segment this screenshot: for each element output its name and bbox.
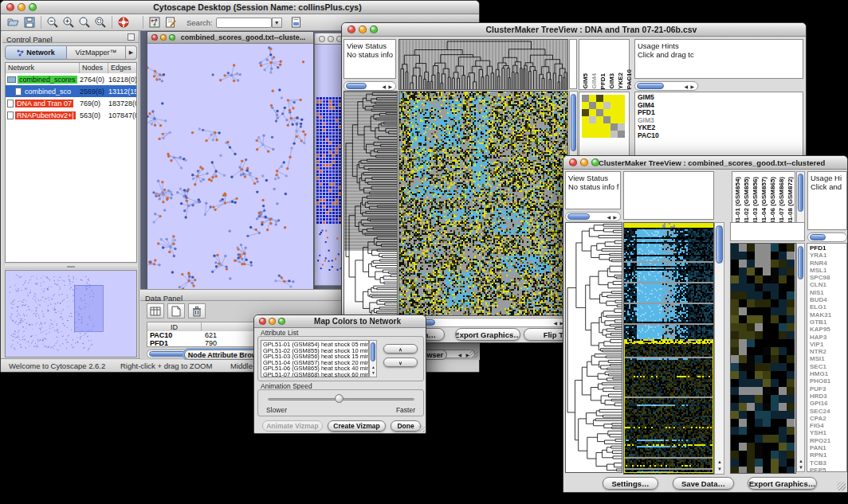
gene-label[interactable]: YRA1 bbox=[810, 252, 846, 259]
heatmap-canvas[interactable] bbox=[623, 222, 714, 475]
zoom-out-icon[interactable] bbox=[45, 15, 61, 29]
zoom-button[interactable] bbox=[278, 318, 285, 325]
gene-label[interactable]: KAP95 bbox=[810, 326, 846, 333]
column-label[interactable]: YKE2 bbox=[617, 72, 625, 89]
scroll-down-arrow-icon[interactable]: ▼ bbox=[799, 465, 803, 470]
zoom-button[interactable] bbox=[29, 3, 37, 11]
header-nodes[interactable]: Nodes bbox=[80, 63, 108, 73]
dialog-title-bar[interactable]: Map Colors to Network bbox=[254, 315, 426, 328]
gene-label[interactable]: PAN1 bbox=[810, 444, 846, 451]
close-button[interactable] bbox=[569, 158, 577, 166]
scrollbar-thumb[interactable] bbox=[798, 246, 803, 279]
scrollbar-thumb[interactable] bbox=[716, 225, 723, 264]
column-label[interactable]: PFD1 bbox=[599, 73, 607, 89]
minimize-button[interactable] bbox=[580, 158, 588, 166]
gene-label[interactable]: BUD4 bbox=[810, 296, 846, 303]
column-label[interactable]: GIM3 bbox=[608, 73, 616, 89]
main-title-bar[interactable]: Cytoscape Desktop (Session Name: collins… bbox=[1, 1, 479, 14]
settings-button[interactable]: Settings… bbox=[603, 477, 658, 490]
scrollbar-thumb[interactable] bbox=[637, 83, 664, 89]
network-row-selected[interactable]: combined_sco 2569(6) 13112(15) bbox=[6, 85, 136, 97]
annotation-icon[interactable] bbox=[163, 15, 179, 29]
view-status-scrollbar[interactable]: ◀ ▶ bbox=[344, 81, 396, 91]
column-label[interactable]: GIM5 bbox=[582, 73, 590, 89]
help-ring-icon[interactable] bbox=[116, 15, 132, 29]
scroll-left-arrow-icon[interactable]: ◀ bbox=[457, 353, 461, 357]
zoom-heatmap-canvas[interactable] bbox=[730, 243, 796, 474]
gene-label[interactable]: MSL1 bbox=[810, 267, 846, 274]
gene-label[interactable]: HMG1 bbox=[810, 370, 846, 377]
gene-label[interactable]: FIG4 bbox=[810, 422, 846, 429]
close-button[interactable] bbox=[151, 34, 158, 41]
scroll-up-arrow-icon[interactable]: ▲ bbox=[371, 365, 375, 369]
tab-network[interactable]: Network bbox=[5, 45, 67, 60]
header-network[interactable]: Network bbox=[6, 63, 80, 73]
row-dendrogram-canvas[interactable] bbox=[344, 91, 398, 319]
gene-label[interactable]: VIP1 bbox=[810, 341, 846, 348]
gene-list-scrollbar[interactable]: ▲ ▼ bbox=[796, 243, 805, 472]
close-button[interactable] bbox=[347, 25, 355, 33]
move-down-button[interactable]: ∨ bbox=[383, 357, 418, 367]
save-icon[interactable] bbox=[22, 15, 37, 29]
gene-label[interactable]: NIS1 bbox=[810, 289, 846, 296]
search-dropdown-button[interactable]: ▼ bbox=[272, 18, 282, 28]
birdseye-canvas[interactable] bbox=[6, 271, 136, 357]
network-row-rnapuber[interactable]: RNAPuberNov2+| 563(0) 107847(0) bbox=[6, 109, 136, 121]
close-button[interactable] bbox=[259, 318, 266, 325]
gene-label[interactable]: GTB1 bbox=[810, 318, 846, 326]
birdseye-view[interactable] bbox=[5, 270, 137, 357]
gene-label[interactable]: PEP5 bbox=[810, 467, 846, 472]
attribute-list-item[interactable]: GPL51-07 (GSM868) heat shock 60 min bbox=[263, 372, 368, 377]
minimize-button[interactable] bbox=[328, 36, 334, 42]
export-graphics-button[interactable]: Export Graphics… bbox=[455, 328, 520, 341]
tab-vizmapper[interactable]: VizMapper™ bbox=[67, 45, 126, 60]
gene-label[interactable]: HAP3 bbox=[810, 334, 846, 341]
zoom-selected-icon[interactable] bbox=[92, 15, 108, 29]
row-dendrogram-canvas[interactable] bbox=[565, 222, 622, 473]
network-row-dna-tran[interactable]: DNA and Tran 07 769(0) 183728(0) bbox=[6, 97, 136, 109]
speed-slider-thumb[interactable] bbox=[335, 394, 344, 403]
gene-label[interactable]: CLN1 bbox=[810, 281, 846, 288]
column-label[interactable]: PAC10 bbox=[626, 69, 634, 89]
gene-label[interactable]: HRD3 bbox=[810, 393, 846, 400]
column-dendrogram-canvas[interactable] bbox=[398, 39, 568, 90]
create-vizmap-button[interactable]: Create Vizmap bbox=[328, 420, 386, 432]
minimize-button[interactable] bbox=[359, 25, 367, 33]
new-document-icon[interactable] bbox=[167, 303, 185, 318]
resize-grip[interactable] bbox=[837, 482, 846, 490]
network-canvas[interactable] bbox=[147, 44, 313, 293]
gene-label[interactable]: MSI1 bbox=[810, 355, 846, 362]
scrollbar-thumb[interactable] bbox=[571, 94, 576, 151]
treeview-title-bar[interactable]: ClusterMaker TreeView : combined_scores_… bbox=[563, 156, 847, 170]
gene-label[interactable]: SEC24 bbox=[810, 408, 846, 415]
minimize-button[interactable] bbox=[160, 34, 167, 41]
resize-grip[interactable] bbox=[469, 350, 478, 358]
panel-splitter[interactable] bbox=[5, 264, 137, 269]
scrollbar-thumb[interactable] bbox=[798, 174, 803, 212]
export-graphics-button[interactable]: Export Graphics… bbox=[748, 477, 817, 490]
zoom-button[interactable] bbox=[591, 158, 599, 166]
row-label[interactable]: GIM3 bbox=[638, 117, 803, 125]
scroll-down-arrow-icon[interactable]: ▼ bbox=[371, 370, 375, 375]
close-button[interactable] bbox=[6, 3, 14, 11]
move-up-button[interactable]: ∧ bbox=[383, 344, 418, 354]
gene-label[interactable]: PUF3 bbox=[810, 385, 846, 393]
save-data-button[interactable]: Save Data… bbox=[673, 477, 734, 490]
scrollbar-thumb[interactable] bbox=[371, 342, 375, 361]
scroll-right-arrow-icon[interactable]: ▶ bbox=[690, 84, 694, 89]
zoom-fit-icon[interactable] bbox=[77, 15, 92, 29]
gene-label[interactable]: RNR4 bbox=[810, 260, 846, 267]
row-label[interactable]: PFD1 bbox=[638, 109, 803, 117]
scroll-right-arrow-icon[interactable]: ▶ bbox=[613, 215, 617, 220]
minimize-button[interactable] bbox=[269, 318, 276, 325]
column-label[interactable]: GIM4 bbox=[591, 73, 599, 89]
scroll-left-arrow-icon[interactable]: ◀ bbox=[684, 84, 688, 89]
attribute-browser-icon[interactable] bbox=[289, 15, 304, 29]
row-label[interactable]: GIM4 bbox=[638, 102, 803, 110]
float-panel-icon[interactable] bbox=[128, 33, 135, 41]
done-button[interactable]: Done bbox=[391, 420, 421, 432]
network-row-combined-scores[interactable]: combined_scores 2764(0) 16218(0) bbox=[6, 73, 136, 85]
scroll-left-arrow-icon[interactable]: ◀ bbox=[607, 215, 610, 220]
gene-label[interactable]: TCB3 bbox=[810, 459, 846, 467]
usage-hints-scrollbar[interactable]: ◀ ▶ bbox=[634, 81, 698, 91]
